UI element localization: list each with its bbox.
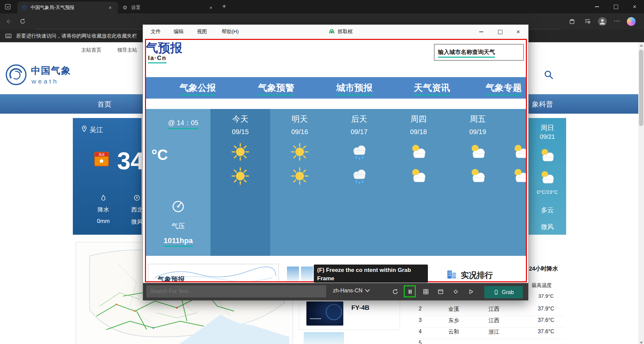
city-name[interactable]: 吴江: [90, 125, 103, 134]
capture-thumbnail: [287, 267, 299, 281]
forecast-temps: 0°C/23°C: [537, 189, 558, 195]
forecast-date: 09/19: [448, 127, 507, 136]
chevron-down-icon: [365, 287, 370, 292]
diamond-button[interactable]: [452, 288, 459, 295]
forecast-date: 09/15: [210, 127, 270, 136]
grab-toolbar: zh-Hans-CN Grab: [143, 283, 528, 300]
tab-actions-icon[interactable]: [4, 3, 11, 10]
forecast-day: 周五: [448, 114, 507, 124]
ranking-metric-max-temp[interactable]: 最高温度: [532, 282, 552, 289]
heat-alert-badge[interactable]: 高温: [94, 152, 109, 166]
ranking-row[interactable]: 2 金溪 江西 37.9°C: [413, 304, 564, 316]
menu-file[interactable]: 文件: [151, 28, 161, 35]
satellite-thumbnail[interactable]: [306, 301, 343, 326]
capture-forecast-col-tomorrow: 明天 09/16 36°C / 28°C 晴 微风: [270, 109, 329, 256]
province: 江西: [481, 306, 507, 313]
forecast-condition: 多云: [541, 206, 554, 215]
window-minimize-button[interactable]: [588, 0, 606, 13]
refresh-button[interactable]: [19, 18, 26, 24]
grab-window-title: 抓取框: [338, 28, 353, 35]
ranking-row[interactable]: 3 东乡 江西 37.6°C: [413, 316, 564, 328]
profile-avatar[interactable]: [598, 17, 607, 26]
page-scrollbar[interactable]: [638, 42, 644, 344]
window-layout-button[interactable]: [437, 288, 444, 295]
copilot-icon[interactable]: [627, 17, 636, 26]
capture-ranking-title: 实况排行: [461, 270, 493, 281]
tab-close-button[interactable]: ×: [109, 5, 112, 10]
cloud-sun-icon: [468, 142, 487, 161]
site-subtitle: weath: [32, 78, 59, 85]
grab-button[interactable]: Grab: [484, 286, 523, 298]
window-maximize-button[interactable]: [606, 0, 625, 13]
gear-icon: [122, 5, 128, 10]
cloud-sun-icon: [539, 147, 556, 164]
value: 37.6°C: [531, 329, 561, 335]
sun-icon: [290, 142, 309, 161]
tab-close-button[interactable]: ×: [209, 5, 212, 10]
capture-map-label: 气象预报: [158, 275, 185, 282]
secondary-thumbnail[interactable]: [304, 332, 344, 344]
capture-forecast-panel: @ 14：05 °C 气压 1011hpa 今天 09/15 35°C / 27…: [146, 109, 526, 256]
back-button[interactable]: [5, 18, 12, 25]
cloud-sun-icon: [409, 142, 428, 161]
tab-weather[interactable]: 中国气象局-天气预报 ×: [17, 2, 117, 13]
text-search-input[interactable]: [146, 285, 326, 297]
ranking-row[interactable]: 5: [413, 339, 564, 344]
grab-maximize-button[interactable]: [493, 25, 507, 39]
play-button[interactable]: [467, 288, 474, 295]
capture-frame: 气预报 Ia·Cn 输入城市名称查询天气 气象公报 气象预警 城市预报 天气资讯…: [145, 39, 527, 282]
droplet-icon: [100, 194, 107, 201]
pressure-gauge-icon: [170, 199, 186, 214]
ranking-row[interactable]: 4 云和 浙江 37.6°C: [413, 327, 564, 339]
satellite-card[interactable]: FY-4B: [299, 300, 400, 330]
ranking-tab-24h-precip[interactable]: 24小时降水: [529, 265, 558, 273]
current-temperature: 34: [117, 149, 144, 173]
forecast-date: 09/18: [389, 127, 448, 136]
capture-forecast-col-partial: 30: [507, 109, 526, 256]
scrollbar-thumb[interactable]: [639, 50, 643, 126]
grab-close-button[interactable]: ×: [511, 25, 525, 39]
forecast-day: 明天: [270, 114, 329, 124]
freeze-tooltip: (F) Freeze the co ntent within Grab Fram…: [314, 265, 428, 283]
grab-titlebar[interactable]: 文件 编辑 视图 帮助(H) 抓取框 ×: [143, 25, 528, 39]
extensions-puzzle-icon[interactable]: [568, 18, 576, 25]
nav-item-science-partial[interactable]: 象科普: [532, 100, 553, 109]
capture-temp-unit: °C: [151, 147, 168, 163]
grid-button[interactable]: [423, 288, 429, 295]
grab-app-icon: [328, 28, 335, 35]
menu-view[interactable]: 视图: [197, 28, 207, 35]
capture-current-column: @ 14：05 °C 气压 1011hpa: [146, 109, 210, 256]
city: 云和: [440, 329, 467, 336]
nav-item-home[interactable]: 首页: [97, 100, 111, 109]
capture-forecast-col-day3: 后天 09/17 34°C / 25°C 小雨 微风: [329, 109, 389, 256]
new-tab-button[interactable]: +: [222, 3, 226, 10]
menu-help[interactable]: 帮助(H): [222, 28, 239, 35]
capture-navbar: 气象公报 气象预警 城市预报 天气资讯 气象专题: [146, 77, 526, 99]
top-link-main-site[interactable]: 主站首页: [81, 47, 101, 53]
page-search-icon[interactable]: [544, 70, 554, 80]
cloud-sun-icon: [511, 167, 526, 185]
cma-emblem-icon: [4, 63, 28, 87]
scrollbar-up-arrow[interactable]: [640, 44, 643, 47]
grab-minimize-button[interactable]: [474, 25, 488, 39]
scrollbar-down-arrow[interactable]: [640, 342, 643, 344]
more-menu-button[interactable]: …: [613, 15, 621, 23]
language-select[interactable]: zh-Hans-CN: [333, 288, 369, 294]
capture-logo-sub: Ia·Cn: [148, 55, 166, 63]
grab-frame-window: 文件 编辑 视图 帮助(H) 抓取框 × 气预报 Ia·Cn 输入城市名称查询天…: [143, 24, 529, 300]
tab-settings[interactable]: 设置 ×: [118, 2, 217, 13]
sunday-forecast-column[interactable]: 周日 09/21 0°C/23°C 多云 微风: [529, 118, 566, 235]
rain-icon: [350, 167, 368, 185]
notice-text: 若要进行快速访问，请将你的网址收藏放在此收藏夹栏: [16, 33, 137, 39]
forecast-day: 后天: [329, 114, 389, 124]
refresh-capture-button[interactable]: [392, 288, 399, 295]
capture-search-text: 输入城市名称查询天气: [438, 48, 495, 58]
menu-edit[interactable]: 编辑: [174, 28, 184, 35]
window-close-button[interactable]: ×: [625, 0, 644, 13]
wind-direction-icon: [134, 194, 140, 201]
forecast-wind: 微风: [541, 223, 554, 231]
top-link-leader[interactable]: 领导主站: [117, 47, 137, 53]
forecast-day: 今天: [210, 114, 270, 124]
favorites-bar-icon[interactable]: [584, 18, 591, 25]
capture-forecast-col-thursday: 周四 09/18 29°C / 23°C 多云 微风: [389, 109, 448, 256]
